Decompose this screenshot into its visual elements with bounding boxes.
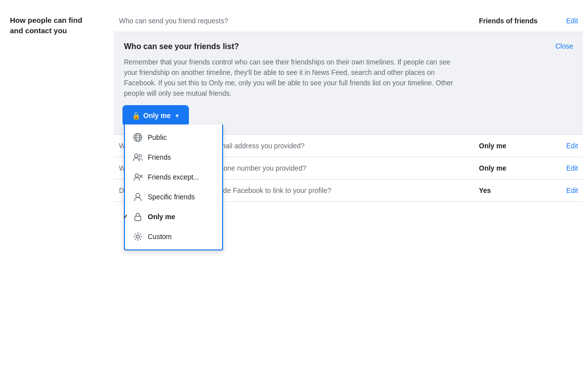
svg-point-6: [139, 155, 142, 157]
lock-icon: 🔒: [132, 112, 140, 120]
globe-icon: [133, 132, 143, 142]
section-title: How people can find and contact you: [10, 15, 99, 36]
dropdown-item-only-me[interactable]: ✓ Only me: [125, 207, 222, 227]
dropdown-item-only-me-label: Only me: [148, 213, 175, 221]
dropdown-item-public[interactable]: Public: [125, 127, 222, 147]
specific-friends-icon: [133, 192, 143, 202]
close-button[interactable]: Close: [555, 42, 573, 50]
dropdown-item-public-label: Public: [148, 133, 167, 141]
dropdown-item-specific-friends-label: Specific friends: [148, 193, 195, 201]
custom-gear-icon: [133, 232, 143, 242]
only-me-lock-icon: [133, 212, 143, 222]
dropdown-item-custom[interactable]: Custom: [125, 227, 222, 246]
dropdown-item-friends-except-label: Friends except...: [148, 173, 199, 181]
visibility-dropdown-container: 🔒 Only me ▼: [124, 107, 573, 124]
visibility-dropdown-button[interactable]: 🔒 Only me ▼: [124, 107, 187, 124]
friend-requests-label: Who can send you friend requests?: [119, 17, 479, 25]
friends-icon: [133, 152, 143, 162]
svg-point-12: [136, 235, 139, 238]
friends-list-description: Remember that your friends control who c…: [124, 57, 461, 99]
friends-list-heading: Who can see your friends list?: [124, 42, 573, 51]
svg-point-7: [135, 174, 139, 178]
visibility-dropdown-wrapper: 🔒 Only me ▼: [124, 107, 187, 124]
dropdown-item-custom-label: Custom: [148, 233, 172, 241]
phone-edit-button[interactable]: Edit: [558, 164, 578, 172]
check-mark-icon: ✓: [123, 213, 128, 220]
dropdown-current-value: Only me: [143, 112, 171, 120]
friend-requests-value: Friends of friends: [479, 17, 558, 25]
dropdown-item-friends-label: Friends: [148, 153, 171, 161]
dropdown-item-friends[interactable]: Friends: [125, 147, 222, 167]
search-engines-value: Yes: [479, 186, 558, 194]
friends-except-icon: [133, 172, 143, 182]
svg-point-10: [136, 193, 140, 197]
svg-point-5: [135, 154, 138, 158]
friend-requests-edit[interactable]: Edit: [558, 17, 578, 25]
phone-row-value: Only me: [479, 164, 558, 172]
dropdown-item-friends-except[interactable]: Friends except...: [125, 167, 222, 187]
dropdown-menu: Public: [124, 124, 223, 250]
dropdown-item-specific-friends[interactable]: Specific friends: [125, 187, 222, 207]
dropdown-arrow-icon: ▼: [175, 113, 179, 119]
search-engines-edit-button[interactable]: Edit: [558, 186, 578, 194]
email-row-value: Only me: [479, 142, 558, 150]
friends-list-section: Who can see your friends list? Close Rem…: [114, 32, 583, 135]
friend-requests-row: Who can send you friend requests? Friend…: [114, 10, 583, 32]
email-edit-button[interactable]: Edit: [558, 142, 578, 150]
svg-rect-11: [135, 216, 141, 221]
